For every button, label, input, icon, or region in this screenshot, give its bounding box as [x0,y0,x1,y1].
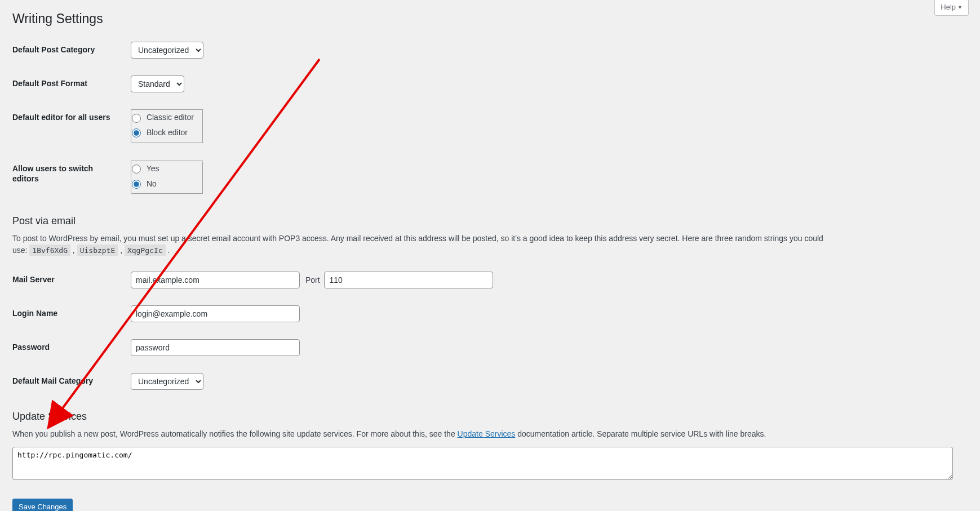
desc-update-services-pre: When you publish a new post, WordPress a… [12,429,458,438]
radio-classic-editor-text: Classic editor [147,113,194,122]
input-login-name[interactable] [131,305,300,322]
desc-update-services-post: documentation article. Separate multiple… [515,429,766,438]
label-block-editor[interactable]: Block editor [132,127,202,139]
random-string-1: 1Bvf6XdG [29,245,70,256]
input-port[interactable] [324,272,493,288]
fieldset-allow-switch: Yes No [131,161,203,195]
page-wrap: Writing Settings Default Post Category U… [1,6,969,511]
save-changes-button[interactable]: Save Changes [12,499,73,511]
random-string-3: XqgPgcIc [125,245,166,256]
random-string-2: UisbzptE [77,245,118,256]
radio-switch-yes-text: Yes [147,164,159,173]
label-password: Password [12,331,125,365]
label-default-mail-category: Default Mail Category [12,365,125,398]
heading-post-via-email: Post via email [12,215,957,227]
submit-row: Save Changes [12,493,957,511]
select-default-post-format[interactable]: Standard [131,75,184,92]
textarea-ping-sites[interactable]: http://rpc.pingomatic.com/ [12,447,953,480]
page-title: Writing Settings [12,6,957,30]
settings-table-mail: Mail Server Port Login Name Password Def… [12,263,499,398]
radio-block-editor[interactable] [132,128,141,137]
label-default-post-format: Default Post Format [12,67,125,101]
input-password[interactable] [131,339,300,356]
select-default-post-category[interactable]: Uncategorized [131,42,203,59]
radio-switch-no[interactable] [132,180,141,189]
fieldset-default-editor: Classic editor Block editor [131,109,203,144]
input-mail-server[interactable] [131,272,300,288]
label-switch-yes[interactable]: Yes [132,163,202,175]
label-allow-switch: Allow users to switch editors [12,152,125,203]
desc-update-services: When you publish a new post, WordPress a… [12,428,832,440]
select-default-mail-category[interactable]: Uncategorized [131,373,203,390]
radio-switch-yes[interactable] [132,165,141,174]
desc-post-via-email: To post to WordPress by email, you must … [12,233,832,256]
heading-update-services: Update Services [12,411,957,423]
link-update-services[interactable]: Update Services [458,429,516,438]
label-default-post-category: Default Post Category [12,33,125,67]
label-default-editor: Default editor for all users [12,101,125,152]
label-port: Port [305,276,320,285]
radio-classic-editor[interactable] [132,114,141,123]
settings-table-general: Default Post Category Uncategorized Defa… [12,33,209,203]
radio-block-editor-text: Block editor [147,128,188,137]
label-classic-editor[interactable]: Classic editor [132,112,202,123]
radio-switch-no-text: No [147,179,157,188]
label-login-name: Login Name [12,297,125,331]
label-switch-no[interactable]: No [132,179,202,190]
label-mail-server: Mail Server [12,263,125,297]
